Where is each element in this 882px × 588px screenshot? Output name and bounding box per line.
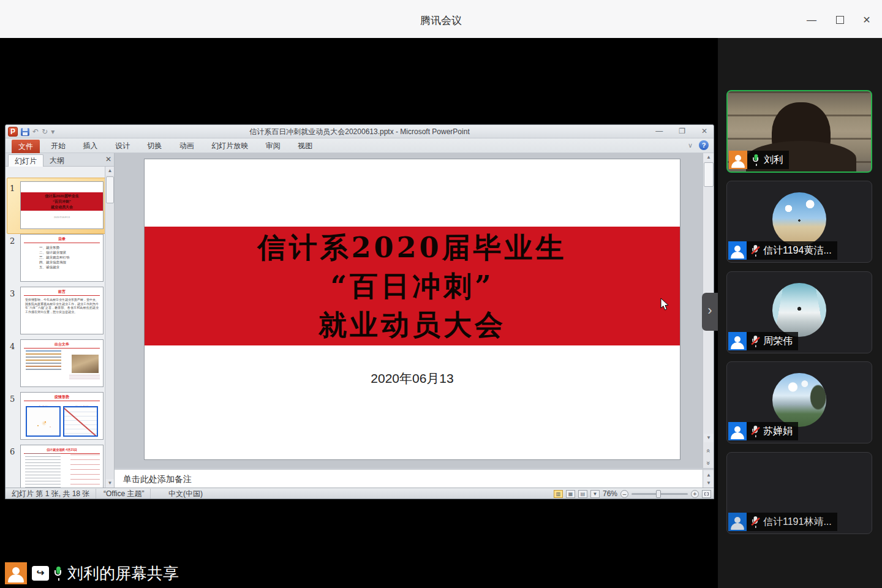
previous-slide-icon[interactable]: « bbox=[704, 445, 714, 454]
tab-home[interactable]: 开始 bbox=[43, 138, 73, 153]
thumbnail-scrollbar[interactable]: ▲ ▼ bbox=[105, 167, 114, 488]
tab-review[interactable]: 审阅 bbox=[258, 138, 288, 153]
powerpoint-logo-icon[interactable]: P bbox=[8, 127, 18, 137]
undo-icon[interactable]: ↶ bbox=[32, 127, 39, 136]
scroll-up-icon[interactable]: ▲ bbox=[704, 153, 714, 162]
pane-close-icon[interactable]: ✕ bbox=[105, 155, 111, 164]
pane-tab-outline[interactable]: 大纲 bbox=[43, 154, 70, 167]
participant-tile-active[interactable]: 刘利 bbox=[726, 90, 872, 173]
status-language[interactable]: 中文(中国) bbox=[162, 489, 209, 499]
participant-badge-icon bbox=[728, 513, 747, 531]
fit-to-window-icon[interactable] bbox=[702, 490, 711, 498]
slide-thumbnail-6[interactable]: 信计就业现状-4月21日 bbox=[20, 445, 104, 494]
thumb-number: 4 bbox=[10, 342, 15, 351]
scroll-down-icon[interactable]: ▼ bbox=[704, 479, 714, 488]
meeting-title: 腾讯会议 bbox=[0, 13, 882, 28]
scroll-down-icon[interactable]: ▼ bbox=[106, 479, 114, 488]
thumb4-text-line bbox=[26, 360, 61, 361]
normal-view-icon[interactable]: ▥ bbox=[554, 490, 563, 498]
scroll-down-icon[interactable]: ▼ bbox=[704, 434, 714, 442]
share-banner-label: 刘利的屏幕共享 bbox=[67, 563, 179, 584]
ribbon-expand-icon[interactable]: ∨ bbox=[688, 141, 693, 149]
ribbon-tab-strip: 文件 开始 插入 设计 切换 动画 幻灯片放映 审阅 视图 ∨ ? bbox=[6, 138, 714, 153]
ppt-close-icon[interactable]: ✕ bbox=[701, 127, 707, 135]
ppt-restore-icon[interactable]: ❐ bbox=[679, 127, 685, 135]
slide-title-line: 信计系2020届毕业生 bbox=[145, 228, 680, 267]
zoom-slider[interactable] bbox=[631, 493, 688, 495]
slide-thumbnail-1[interactable]: 信计系2020届毕业生 “百日冲刺” 就业动员大会 2020年06月13 bbox=[20, 181, 104, 229]
tab-view[interactable]: 视图 bbox=[290, 138, 320, 153]
save-icon[interactable] bbox=[21, 128, 29, 136]
ppt-titlebar: P ↶ ↻ ▾ 信计系百日冲刺就业动员大会20200613.pptx - Mic… bbox=[6, 125, 714, 138]
slide-canvas[interactable]: 信计系2020届毕业生 “百日冲刺” 就业动员大会 2020年06月13 bbox=[144, 159, 680, 460]
participant-avatar bbox=[772, 192, 826, 246]
participant-name: 苏婵娟 bbox=[763, 425, 793, 438]
sharer-badge-icon bbox=[5, 562, 27, 584]
redo-icon[interactable]: ↻ bbox=[42, 127, 48, 136]
thumb5-china-map bbox=[26, 406, 61, 437]
tab-transitions[interactable]: 切换 bbox=[140, 138, 169, 153]
panel-collapse-handle[interactable]: › bbox=[702, 293, 718, 331]
scrollbar-thumb[interactable] bbox=[704, 162, 714, 187]
help-icon[interactable]: ? bbox=[699, 140, 709, 150]
close-icon[interactable]: ✕ bbox=[861, 15, 872, 26]
screen-share-icon: ↪ bbox=[32, 566, 49, 581]
thumb4-text-line bbox=[26, 350, 61, 352]
tab-slideshow[interactable]: 幻灯片放映 bbox=[204, 138, 255, 153]
slideshow-icon[interactable]: ▼ bbox=[590, 490, 600, 498]
slide-sorter-icon[interactable]: ▦ bbox=[566, 490, 575, 498]
maximize-icon[interactable] bbox=[834, 15, 845, 26]
thumb1-date: 2020年06月13 bbox=[21, 216, 103, 219]
reading-view-icon[interactable]: ▤ bbox=[578, 490, 587, 498]
thumb4-text-line bbox=[26, 356, 61, 358]
slide-title-line: “百日冲刺” bbox=[145, 267, 680, 306]
slide-title-banner: 信计系2020届毕业生 “百日冲刺” 就业动员大会 bbox=[145, 227, 680, 345]
notes-scrollbar[interactable]: ▲ ▼ bbox=[703, 468, 714, 488]
participants-panel: 刘利 信计1194黄洁... bbox=[718, 38, 882, 588]
participant-tile[interactable]: 信计1194黄洁... bbox=[726, 181, 872, 263]
slide-thumbnail-3[interactable]: 前言 受疫情影响，今年高校毕业生就业形势严峻，党中央、国务院高度重视高校毕业生就… bbox=[20, 287, 104, 334]
meeting-titlebar: 腾讯会议 — ✕ bbox=[0, 0, 882, 38]
mic-muted-icon bbox=[752, 336, 758, 347]
thumb-number: 5 bbox=[10, 394, 15, 404]
thumb4-text-line bbox=[26, 366, 61, 367]
scroll-up-icon[interactable]: ▲ bbox=[106, 167, 114, 175]
tab-animations[interactable]: 动画 bbox=[172, 138, 202, 153]
notes-pane[interactable]: 单击此处添加备注 bbox=[115, 468, 703, 488]
scroll-up-icon[interactable]: ▲ bbox=[704, 471, 714, 480]
thumb4-caption bbox=[69, 375, 100, 380]
status-theme: “Office 主题” bbox=[97, 489, 151, 499]
mic-muted-icon bbox=[752, 426, 758, 437]
mic-muted-icon bbox=[752, 516, 758, 527]
mic-on-icon bbox=[54, 567, 62, 580]
zoom-percent[interactable]: 76% bbox=[603, 489, 617, 498]
zoom-out-icon[interactable]: – bbox=[620, 490, 628, 498]
participant-tile[interactable]: 苏婵娟 bbox=[726, 361, 872, 443]
slide-thumbnail-5[interactable]: 疫情形势 国内疫情 海外疫情 bbox=[20, 392, 104, 440]
participant-avatar bbox=[772, 373, 826, 427]
thumb4-photo bbox=[72, 355, 99, 373]
mouse-cursor bbox=[660, 298, 669, 311]
slide-editor: 信计系2020届毕业生 “百日冲刺” 就业动员大会 2020年06月13 ▲ ▼… bbox=[115, 153, 714, 488]
tab-design[interactable]: 设计 bbox=[108, 138, 137, 153]
slide-thumbnail-4[interactable]: 出台文件 bbox=[20, 339, 104, 387]
scrollbar-thumb[interactable] bbox=[106, 176, 114, 203]
zoom-in-icon[interactable]: + bbox=[691, 490, 699, 498]
screen-share-stage: P ↶ ↻ ▾ 信计系百日冲刺就业动员大会20200613.pptx - Mic… bbox=[0, 38, 718, 588]
zoom-slider-handle[interactable] bbox=[656, 490, 661, 498]
tab-insert[interactable]: 插入 bbox=[75, 138, 105, 153]
slide-thumbnail-2[interactable]: 目录 一、就业形势 二、信计就业现状 三、就业观念和行动 四、就业信息填报 五、… bbox=[20, 234, 104, 282]
tab-file[interactable]: 文件 bbox=[12, 140, 40, 153]
powerpoint-window: P ↶ ↻ ▾ 信计系百日冲刺就业动员大会20200613.pptx - Mic… bbox=[5, 124, 714, 499]
next-slide-icon[interactable]: » bbox=[704, 457, 714, 467]
notes-placeholder[interactable]: 单击此处添加备注 bbox=[123, 474, 192, 485]
participant-tile[interactable]: 周荣伟 bbox=[726, 271, 872, 353]
participant-name: 周荣伟 bbox=[763, 335, 793, 348]
minimize-icon[interactable]: — bbox=[806, 15, 817, 26]
slide-date: 2020年06月13 bbox=[145, 370, 680, 387]
qat-dropdown-icon[interactable]: ▾ bbox=[51, 127, 55, 136]
thumb4-text-line bbox=[26, 363, 61, 364]
participant-tile[interactable]: 信计1191林靖... bbox=[726, 452, 872, 534]
pane-tab-slides[interactable]: 幻灯片 bbox=[8, 154, 43, 167]
ppt-minimize-icon[interactable]: — bbox=[655, 127, 663, 135]
